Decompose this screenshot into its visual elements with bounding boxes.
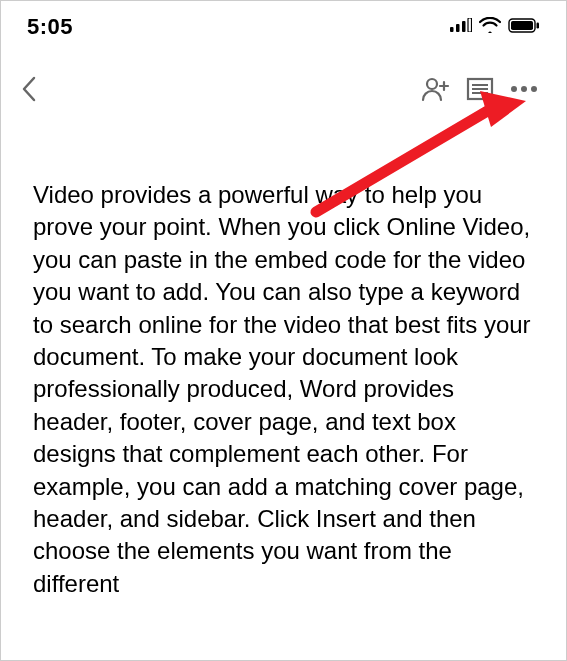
- more-options-button[interactable]: [502, 69, 546, 109]
- document-view-icon: [466, 77, 494, 101]
- svg-rect-6: [537, 22, 540, 28]
- status-icons: [450, 17, 540, 37]
- wifi-icon: [479, 17, 501, 37]
- svg-point-13: [521, 86, 527, 92]
- svg-rect-1: [456, 24, 460, 32]
- svg-rect-3: [468, 18, 472, 32]
- status-bar: 5:05: [1, 1, 566, 49]
- svg-point-12: [511, 86, 517, 92]
- status-time: 5:05: [27, 14, 73, 40]
- person-add-icon: [421, 76, 451, 102]
- svg-rect-2: [462, 21, 466, 32]
- nav-bar: [1, 49, 566, 119]
- add-person-button[interactable]: [414, 69, 458, 109]
- layout-view-button[interactable]: [458, 69, 502, 109]
- svg-point-14: [531, 86, 537, 92]
- document-body[interactable]: Video provides a powerful way to help yo…: [1, 119, 566, 600]
- svg-point-7: [427, 79, 437, 89]
- back-button[interactable]: [21, 69, 61, 109]
- cellular-signal-icon: [450, 18, 472, 36]
- svg-rect-0: [450, 27, 454, 32]
- svg-rect-5: [511, 21, 533, 30]
- battery-icon: [508, 18, 540, 37]
- ellipsis-icon: [510, 85, 538, 93]
- chevron-left-icon: [21, 76, 37, 102]
